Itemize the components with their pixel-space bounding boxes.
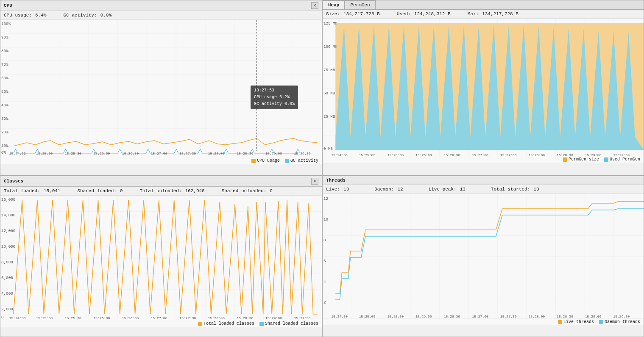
svg-text:15:27:00: 15:27:00 — [151, 152, 167, 155]
svg-text:15:24:30: 15:24:30 — [9, 316, 25, 320]
heap-panel: Heap PermGen Size: 134,217,728 B Used: 1… — [322, 0, 644, 176]
svg-rect-69 — [323, 194, 644, 319]
classes-title-label: Classes — [4, 179, 23, 184]
classes-close-button[interactable]: × — [311, 178, 318, 185]
gc-activity-label: GC activity: — [63, 13, 97, 18]
heap-legend: PermGen size Used PermGen — [563, 157, 640, 162]
svg-text:15:27:00: 15:27:00 — [472, 315, 488, 318]
classes-legend: Total loaded classes Shared loaded class… — [198, 321, 318, 326]
classes-chart: 16,000 14,000 12,000 10,000 8,000 6,000 … — [0, 196, 322, 327]
svg-text:25 MB: 25 MB — [323, 114, 335, 119]
used-value: 124,248,312 B — [414, 11, 451, 17]
cpu-legend-cpu: CPU usage — [251, 158, 280, 163]
svg-text:12: 12 — [323, 196, 328, 201]
permgen-legend-color — [563, 157, 567, 162]
svg-text:80%: 80% — [1, 49, 8, 53]
svg-text:14,000: 14,000 — [1, 213, 15, 218]
svg-text:15:26:30: 15:26:30 — [122, 152, 139, 155]
size-stat: Size: 134,217,728 B — [326, 11, 380, 17]
heap-tabs: Heap PermGen — [323, 0, 644, 10]
cpu-title-label: CPU — [4, 3, 12, 8]
used-permgen-legend-label: Used PermGen — [610, 157, 640, 162]
svg-text:15:28:00: 15:28:00 — [208, 316, 225, 320]
svg-text:100%: 100% — [1, 22, 11, 26]
svg-text:15:29:00: 15:29:00 — [265, 316, 282, 320]
svg-text:15:29:30: 15:29:30 — [613, 315, 630, 318]
svg-text:15:28:30: 15:28:30 — [237, 316, 253, 320]
svg-text:15:27:00: 15:27:00 — [151, 316, 167, 320]
svg-text:70%: 70% — [1, 62, 8, 67]
cpu-usage-label: CPU usage: — [4, 13, 32, 18]
used-permgen-legend: Used PermGen — [604, 157, 640, 162]
live-threads-legend-color — [558, 320, 562, 324]
svg-text:15:27:30: 15:27:30 — [500, 153, 517, 157]
cpu-usage-legend-label: CPU usage — [257, 158, 280, 163]
shared-classes-legend-color — [259, 322, 264, 326]
cpu-stats: CPU usage: 6.4% GC activity: 0.0% — [0, 11, 322, 20]
svg-text:20%: 20% — [1, 130, 8, 135]
svg-text:15:25:30: 15:25:30 — [65, 152, 81, 155]
daemon-threads-legend-color — [599, 320, 603, 324]
live-peak-stat: Live peak: 13 — [429, 187, 466, 192]
max-stat: Max: 134,217,728 B — [468, 11, 519, 17]
tab-heap[interactable]: Heap — [323, 0, 345, 9]
svg-text:15:24:30: 15:24:30 — [9, 152, 25, 155]
threads-stats: Live: 13 Daemon: 12 Live peak: 13 Total … — [323, 185, 644, 194]
used-permgen-legend-color — [604, 157, 608, 162]
svg-text:15:25:00: 15:25:00 — [359, 315, 376, 318]
shared-classes-legend: Shared loaded classes — [259, 321, 318, 326]
svg-text:50 MB: 50 MB — [323, 91, 335, 96]
svg-text:16,000: 16,000 — [1, 197, 15, 202]
total-classes-legend-color — [198, 322, 202, 326]
live-threads-legend-label: Live threads — [563, 320, 594, 324]
threads-panel-title: Threads — [323, 176, 644, 185]
svg-text:15:26:30: 15:26:30 — [444, 315, 460, 318]
svg-rect-47 — [0, 196, 322, 320]
daemon-value: 12 — [397, 187, 403, 192]
shared-loaded-value: 0 — [120, 188, 123, 193]
svg-text:10: 10 — [323, 217, 328, 222]
svg-text:0%: 0% — [1, 150, 6, 155]
total-unloaded-stat: Total unloaded: 162,948 — [139, 188, 204, 193]
shared-loaded-stat: Shared loaded: 0 — [77, 188, 123, 193]
cpu-usage-stat: CPU usage: 6.4% — [4, 13, 46, 18]
svg-text:6,000: 6,000 — [1, 276, 13, 280]
max-value: 134,217,728 B — [482, 11, 519, 17]
threads-title-label: Threads — [326, 178, 346, 183]
svg-text:0: 0 — [1, 315, 4, 320]
svg-text:15:26:00: 15:26:00 — [93, 152, 110, 155]
gc-activity-stat: GC activity: 0.0% — [63, 13, 112, 18]
total-unloaded-value: 162,948 — [185, 188, 205, 193]
svg-text:15:29:00: 15:29:00 — [265, 152, 282, 155]
live-stat: Live: 13 — [326, 187, 349, 192]
cpu-chart: 100% 90% 80% 70% 60% 50% 40% 30% 20% 10%… — [0, 20, 322, 164]
cpu-usage-legend-color — [251, 159, 256, 163]
svg-text:15:28:00: 15:28:00 — [208, 152, 225, 155]
svg-text:15:26:30: 15:26:30 — [444, 153, 460, 157]
svg-text:15:28:00: 15:28:00 — [528, 153, 545, 157]
tab-permgen[interactable]: PermGen — [345, 0, 375, 9]
svg-text:15:25:30: 15:25:30 — [387, 315, 404, 318]
svg-text:10,000: 10,000 — [1, 244, 15, 249]
svg-text:15:27:30: 15:27:30 — [179, 316, 196, 320]
svg-text:60%: 60% — [1, 76, 8, 80]
svg-text:15:24:30: 15:24:30 — [331, 315, 348, 318]
svg-text:15:26:30: 15:26:30 — [122, 316, 139, 320]
total-loaded-value: 15,041 — [44, 188, 61, 193]
svg-text:15:28:00: 15:28:00 — [528, 315, 545, 318]
size-value: 134,217,728 B — [343, 11, 380, 17]
heap-stats: Size: 134,217,728 B Used: 124,248,312 B … — [323, 10, 644, 19]
svg-text:15:27:00: 15:27:00 — [472, 153, 488, 157]
svg-text:75 MB: 75 MB — [323, 68, 335, 72]
svg-text:15:29:00: 15:29:00 — [585, 153, 602, 157]
cpu-close-button[interactable]: × — [311, 2, 318, 9]
live-value: 13 — [343, 187, 349, 192]
svg-text:15:29:30: 15:29:30 — [294, 316, 310, 320]
shared-classes-legend-label: Shared loaded classes — [265, 321, 318, 326]
svg-text:90%: 90% — [1, 35, 8, 40]
svg-text:8,000: 8,000 — [1, 260, 13, 265]
live-peak-label: Live peak: — [429, 187, 457, 192]
shared-loaded-label: Shared loaded: — [77, 188, 116, 193]
cpu-panel: CPU × CPU usage: 6.4% GC activity: 0.0% — [0, 0, 322, 176]
svg-text:0 MB: 0 MB — [323, 146, 333, 151]
